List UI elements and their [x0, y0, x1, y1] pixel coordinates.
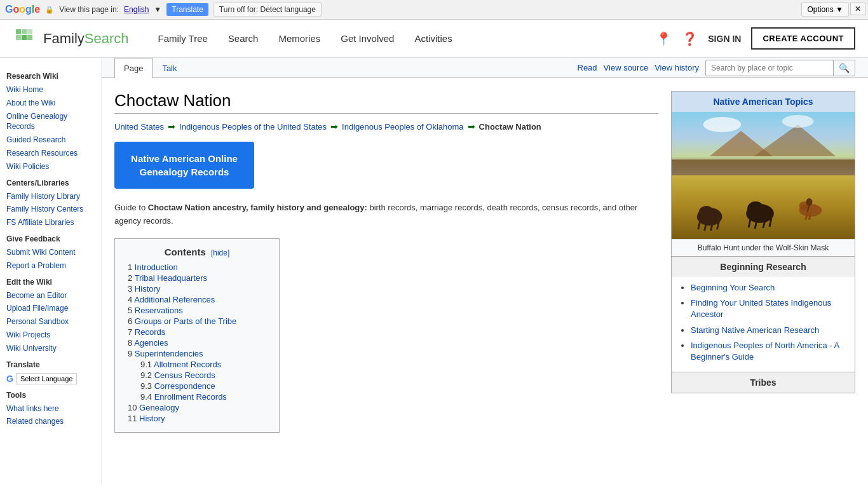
- help-icon[interactable]: ❓: [682, 31, 698, 46]
- contents-link-agencies[interactable]: Agencies: [134, 338, 168, 348]
- contents-link-groups[interactable]: Groups or Parts of the Tribe: [135, 316, 236, 326]
- contents-link-enrollment[interactable]: Enrollment Records: [154, 392, 227, 402]
- header-right: 📍 ❓ SIGN IN CREATE ACCOUNT: [656, 27, 855, 50]
- sidebar-wiki-home[interactable]: Wiki Home: [6, 85, 95, 95]
- tab-read[interactable]: Read: [578, 63, 597, 72]
- translate-bar-label: View this page in:: [59, 5, 119, 14]
- sidebar-wiki-university[interactable]: Wiki University: [6, 343, 95, 354]
- contents-link-correspondence[interactable]: Correspondence: [154, 381, 215, 391]
- create-account-button[interactable]: CREATE ACCOUNT: [751, 27, 855, 50]
- sidebar-guided-research[interactable]: Guided Research: [6, 135, 95, 146]
- native-topics-box: Native American Topics: [671, 91, 855, 393]
- tab-view-source[interactable]: View source: [604, 63, 649, 72]
- wiki-search-box: 🔍: [705, 60, 855, 76]
- sidebar-family-history-centers[interactable]: Family History Centers: [6, 204, 95, 215]
- sidebar-become-editor[interactable]: Become an Editor: [6, 290, 95, 301]
- select-language-button[interactable]: Select Language: [16, 373, 78, 384]
- svg-point-11: [782, 115, 814, 128]
- google-logo: Google: [5, 4, 40, 15]
- article-description: Guide to Choctaw Nation ancestry, family…: [114, 201, 658, 228]
- sidebar-online-genealogy[interactable]: Online Genealogy Records: [6, 111, 95, 133]
- contents-link-reservations[interactable]: Reservations: [135, 306, 183, 315]
- svg-rect-2: [16, 35, 21, 40]
- list-item: 7 Records: [128, 327, 266, 337]
- turnoff-button[interactable]: Turn off for: Detect language: [214, 3, 322, 17]
- logo-link[interactable]: FamilySearch: [13, 26, 129, 51]
- breadcrumb-arrow-3: ➡: [468, 121, 475, 132]
- options-button[interactable]: Options ▼: [801, 3, 849, 17]
- tab-page[interactable]: Page: [114, 58, 153, 78]
- contents-link-allotment[interactable]: Allotment Records: [154, 360, 221, 369]
- nav-search[interactable]: Search: [218, 20, 269, 58]
- breadcrumb-us[interactable]: United States: [114, 122, 164, 132]
- content-wrapper: Research Wiki Wiki Home About the Wiki O…: [0, 58, 868, 485]
- nav-family-tree[interactable]: Family Tree: [148, 20, 218, 58]
- centers-title: Centers/Libraries: [6, 179, 95, 187]
- list-item: 10 Genealogy: [128, 403, 266, 412]
- research-link-starting-native[interactable]: Starting Native American Research: [691, 325, 819, 335]
- sidebar-family-history-library[interactable]: Family History Library: [6, 191, 95, 202]
- tab-talk[interactable]: Talk: [153, 58, 186, 78]
- contents-link-intro[interactable]: Introduction: [135, 262, 178, 272]
- research-links: Beginning Your Search Finding Your Unite…: [672, 277, 855, 372]
- native-american-records-button[interactable]: Native American Online Genealogy Records: [114, 142, 254, 189]
- tab-view-history[interactable]: View history: [654, 63, 699, 72]
- sidebar-related-changes[interactable]: Related changes: [6, 416, 95, 427]
- sidebar-submit-wiki[interactable]: Submit Wiki Content: [6, 247, 95, 258]
- main-content: Page Talk Read View source View history …: [102, 58, 868, 485]
- svg-point-20: [747, 201, 764, 215]
- contents-link-history2[interactable]: History: [139, 414, 165, 423]
- contents-link-additional[interactable]: Additional References: [134, 295, 215, 304]
- svg-rect-3: [22, 35, 27, 40]
- location-icon[interactable]: 📍: [656, 31, 672, 46]
- tab-actions: Read View source View history 🔍: [578, 60, 856, 76]
- breadcrumb-indigenous-ok[interactable]: Indigenous Peoples of Oklahoma: [342, 122, 464, 132]
- beginning-research-header: Beginning Research: [672, 256, 855, 277]
- contents-link-tribal[interactable]: Tribal Headquarters: [135, 273, 207, 283]
- list-item: 11 History: [128, 414, 266, 423]
- sidebar-personal-sandbox[interactable]: Personal Sandbox: [6, 316, 95, 327]
- breadcrumb-arrow-1: ➡: [168, 121, 175, 132]
- nav-get-involved[interactable]: Get Involved: [330, 20, 404, 58]
- image-caption: Buffalo Hunt under the Wolf-Skin Mask: [672, 239, 855, 256]
- sign-in-link[interactable]: SIGN IN: [708, 34, 741, 44]
- nav-memories[interactable]: Memories: [268, 20, 330, 58]
- list-item: Indigenous Peoples of North America - A …: [691, 340, 847, 363]
- sidebar-wiki-policies[interactable]: Wiki Policies: [6, 161, 95, 172]
- sidebar-wiki-projects[interactable]: Wiki Projects: [6, 330, 95, 341]
- breadcrumb-arrow-2: ➡: [330, 121, 338, 132]
- sidebar-report-problem[interactable]: Report a Problem: [6, 261, 95, 271]
- language-link[interactable]: English: [124, 5, 149, 14]
- wiki-search-button[interactable]: 🔍: [833, 60, 855, 76]
- sidebar-about-wiki[interactable]: About the Wiki: [6, 98, 95, 109]
- main-nav: Family Tree Search Memories Get Involved…: [148, 20, 656, 58]
- contents-hide-link[interactable]: [hide]: [211, 248, 229, 257]
- contents-link-history[interactable]: History: [135, 284, 160, 294]
- list-item: 1 Introduction: [128, 262, 266, 272]
- research-link-beginning-search[interactable]: Beginning Your Search: [691, 283, 775, 292]
- wiki-search-input[interactable]: [706, 61, 833, 75]
- breadcrumb-current: Choctaw Nation: [479, 122, 541, 132]
- nav-activities[interactable]: Activities: [404, 20, 462, 58]
- sidebar-upload-file[interactable]: Upload File/Image: [6, 303, 95, 314]
- sidebar-what-links-here[interactable]: What links here: [6, 403, 95, 414]
- svg-rect-4: [27, 29, 32, 34]
- research-link-finding-ancestor[interactable]: Finding Your United States Indigenous An…: [691, 298, 831, 319]
- contents-link-genealogy[interactable]: Genealogy: [139, 403, 179, 412]
- article: Choctaw Nation United States ➡ Indigenou…: [102, 78, 868, 445]
- breadcrumb-indigenous-us[interactable]: Indigenous Peoples of the United States: [179, 122, 327, 132]
- contents-link-census[interactable]: Census Records: [154, 370, 215, 380]
- contents-link-records[interactable]: Records: [135, 327, 165, 337]
- sidebar: Research Wiki Wiki Home About the Wiki O…: [0, 58, 102, 485]
- svg-point-10: [703, 117, 742, 132]
- close-translate-bar-button[interactable]: ✕: [850, 3, 865, 15]
- sidebar-fs-affiliate[interactable]: FS Affiliate Libraries: [6, 217, 95, 228]
- page-tabs: Page Talk Read View source View history …: [102, 58, 868, 78]
- sidebar-research-resources[interactable]: Research Resources: [6, 148, 95, 159]
- svg-rect-0: [16, 29, 21, 34]
- contents-title: Contents [hide]: [128, 247, 266, 257]
- contents-link-superintendencies[interactable]: Superintendencies: [135, 349, 203, 358]
- research-link-indigenous-guide[interactable]: Indigenous Peoples of North America - A …: [691, 341, 839, 362]
- translate-button[interactable]: Translate: [166, 3, 208, 16]
- article-main: Choctaw Nation United States ➡ Indigenou…: [114, 91, 658, 433]
